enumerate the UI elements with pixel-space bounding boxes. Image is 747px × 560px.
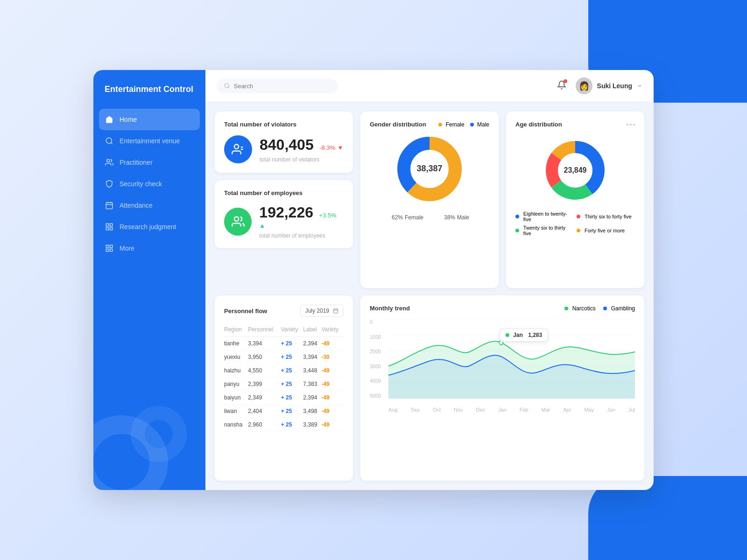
avatar: 👩: [576, 77, 592, 94]
chart-area: 5000 4000 3000 2000 1000 0: [370, 319, 635, 413]
cell-variety1: + 25: [281, 418, 303, 432]
flow-table-header: Region Personnel Variety Label Variety: [224, 324, 344, 337]
cell-variety1: + 25: [281, 350, 303, 364]
age-donut-chart: 23,849: [540, 135, 610, 205]
gender-center-value: 38,387: [416, 164, 442, 173]
employees-title: Total number of employees: [224, 189, 344, 196]
tooltip-dot: [506, 333, 509, 337]
svg-rect-9: [110, 228, 113, 230]
sidebar-item-entertainment-venue[interactable]: Entertainment venue: [93, 130, 205, 152]
more-options-button[interactable]: [627, 124, 635, 126]
cell-region: baiyun: [224, 391, 248, 405]
table-row: baiyun 2,349 + 25 2,394 -49: [224, 391, 344, 405]
col-label: Label: [303, 324, 321, 337]
date-picker[interactable]: July 2019: [300, 305, 344, 317]
age-legend-36-45: Thirty six to forty five: [577, 211, 635, 222]
narcotics-dot: [564, 307, 568, 310]
practitioner-icon: [105, 158, 114, 167]
violators-label: total number of violators: [260, 156, 343, 163]
trend-title: Monthly trend: [370, 305, 410, 312]
gender-donut-labels: 62%Female 38%Male: [390, 212, 469, 222]
svg-line-16: [228, 87, 229, 88]
violators-stat-row: 840,405 -8.3% ▼ total number of violator…: [224, 135, 344, 163]
age-legend-26-35: Twenty six to thirty five: [515, 225, 574, 236]
cell-label: 3,394: [303, 350, 321, 364]
chevron-down-icon: [637, 83, 642, 89]
flow-card: Personnel flow July 2019 Region Personne…: [215, 295, 353, 481]
age-legend-45plus: Forty five or more: [577, 225, 635, 236]
svg-point-17: [234, 145, 239, 149]
age-center-value: 23,849: [564, 166, 587, 174]
cell-personnel: 2,349: [248, 391, 281, 405]
cell-personnel: 3,950: [248, 350, 281, 364]
notification-bell[interactable]: [557, 80, 566, 91]
sidebar-label-more: More: [120, 245, 134, 252]
violators-card: Total number of violators 840,405 -8.3% …: [215, 112, 353, 173]
svg-rect-3: [106, 203, 113, 209]
male-pct: 38%Male: [442, 212, 469, 222]
table-row: liwan 2,404 + 25 3,498 -49: [224, 405, 344, 418]
employees-label: total number of employees: [259, 232, 344, 239]
svg-point-15: [225, 84, 229, 87]
security-icon: [105, 179, 114, 189]
cell-variety2: -49: [321, 418, 344, 432]
flow-header: Personnel flow July 2019: [224, 305, 344, 317]
trend-card: Monthly trend Narcotics Gambling: [360, 295, 644, 481]
violators-title: Total number of violators: [224, 121, 344, 128]
sidebar-item-attendance[interactable]: Attendance: [93, 195, 205, 216]
sidebar-item-home[interactable]: Home: [99, 109, 200, 130]
cell-region: yuexiu: [224, 350, 248, 364]
gender-title: Gender distribution: [370, 121, 426, 128]
violators-icon: [224, 135, 252, 163]
search-input[interactable]: [234, 83, 331, 90]
col-variety1: Variety: [281, 324, 303, 337]
flow-title: Personnel flow: [224, 308, 267, 315]
cell-variety2: -49: [321, 405, 344, 418]
female-dot: [438, 123, 442, 126]
female-legend: Female: [438, 121, 464, 128]
col-personnel: Personnel: [248, 324, 281, 337]
employees-numbers: 192,226 +3.5% ▲ total number of employee…: [259, 204, 344, 239]
cell-region: haizhu: [224, 364, 248, 378]
svg-rect-7: [106, 224, 108, 226]
date-value: July 2019: [305, 308, 329, 314]
narcotics-legend: Narcotics: [564, 305, 596, 312]
cell-personnel: 2,399: [248, 378, 281, 391]
sidebar-item-more[interactable]: More: [93, 238, 205, 259]
attendance-icon: [105, 201, 114, 210]
main-window: Entertainment Control Home Entertainment…: [93, 70, 654, 490]
sidebar-nav: Home Entertainment venue Practitioner Se…: [93, 109, 205, 259]
x-axis: Aug Sep Oct Nov Dec Jan Feb Mar Apr May …: [388, 407, 635, 413]
cell-personnel: 2,404: [248, 405, 281, 418]
down-arrow: ▼: [338, 144, 344, 151]
up-arrow: ▲: [259, 222, 265, 229]
header-right: 👩 Suki Leung: [557, 77, 642, 94]
notification-dot: [564, 79, 567, 83]
employees-stat-row: 192,226 +3.5% ▲ total number of employee…: [224, 204, 344, 239]
male-legend: Male: [470, 121, 489, 128]
sidebar-item-practitioner[interactable]: Practitioner: [93, 152, 205, 173]
col-variety2: Variety: [321, 324, 344, 337]
user-info[interactable]: 👩 Suki Leung: [576, 77, 642, 94]
cell-variety1: + 25: [281, 378, 303, 391]
violators-change: -8.3%: [319, 144, 335, 151]
search-icon: [224, 83, 230, 89]
trend-header: Monthly trend Narcotics Gambling: [370, 305, 635, 312]
table-row: tianhe 3,394 + 25 2,394 -49: [224, 337, 344, 350]
svg-rect-10: [106, 228, 108, 230]
age-legend-18-25: Eighteen to twenty-five: [515, 211, 574, 222]
cell-region: panyu: [224, 378, 248, 391]
gender-donut-container: 38,387 62%Female 38%Male: [370, 132, 489, 222]
employees-icon: [224, 208, 252, 236]
sidebar-item-security-check[interactable]: Security check: [93, 173, 205, 195]
sidebar-deco-circle2: [131, 406, 187, 462]
table-row: nansha 2,960 + 25 3,389 -49: [224, 418, 344, 432]
sidebar: Entertainment Control Home Entertainment…: [93, 70, 205, 490]
user-name: Suki Leung: [597, 82, 632, 90]
cell-region: liwan: [224, 405, 248, 418]
svg-rect-12: [110, 245, 113, 248]
sidebar-item-research-judgment[interactable]: Research judgment: [93, 216, 205, 238]
cell-variety2: -30: [321, 350, 344, 364]
svg-line-1: [111, 143, 112, 144]
search-box[interactable]: [217, 79, 338, 93]
